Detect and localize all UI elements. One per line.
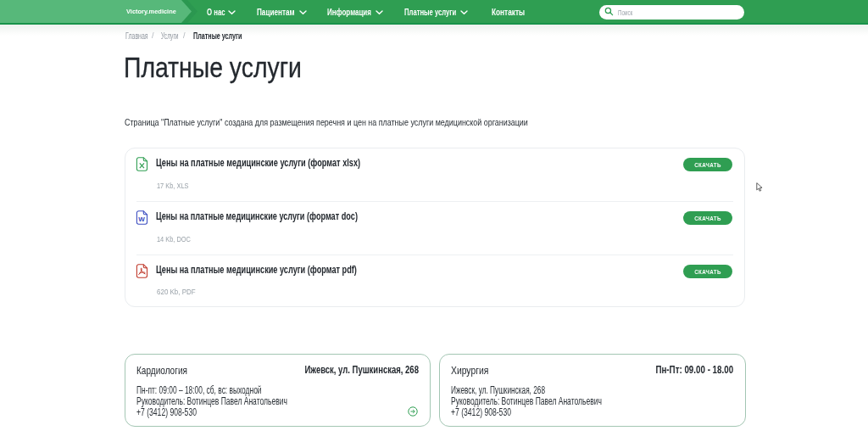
svg-text:W: W [138, 215, 145, 223]
